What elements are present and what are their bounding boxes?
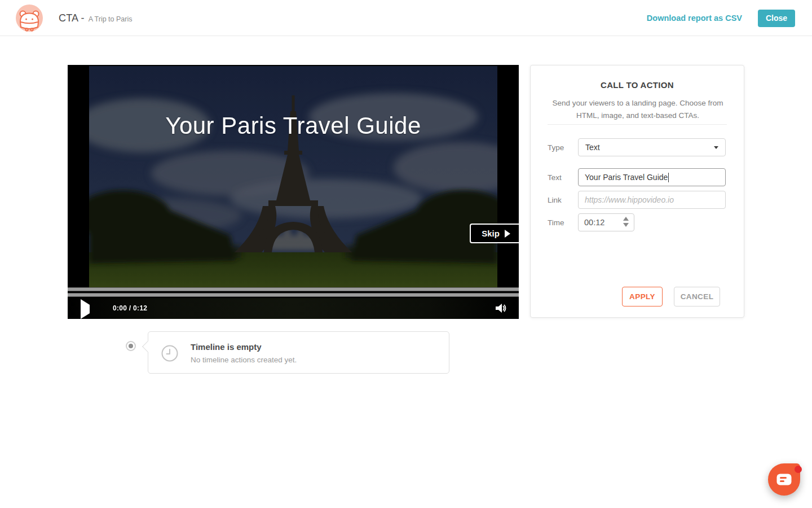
volume-icon bbox=[496, 303, 508, 313]
download-csv-link[interactable]: Download report as CSV bbox=[647, 14, 742, 23]
timeline-empty-card: Timeline is empty No timeline actions cr… bbox=[148, 331, 449, 374]
cta-text-input[interactable]: Your Paris Travel Guide bbox=[578, 168, 726, 186]
type-select[interactable]: Text bbox=[578, 138, 726, 156]
timeline-marker bbox=[126, 341, 136, 351]
type-label: Type bbox=[548, 143, 578, 152]
video-overlay-title: Your Paris Travel Guide bbox=[68, 112, 519, 139]
cta-time-input[interactable]: 00:12 bbox=[578, 213, 634, 231]
time-display: 0:00 / 0:12 bbox=[113, 304, 147, 312]
text-label: Text bbox=[548, 173, 578, 182]
timeline-card-pointer bbox=[142, 341, 153, 352]
chat-bubble-icon bbox=[776, 474, 792, 485]
chevron-down-icon bbox=[714, 146, 718, 149]
time-stepper[interactable] bbox=[623, 217, 629, 227]
skip-label: Skip bbox=[482, 229, 500, 238]
video-frame-paris bbox=[89, 66, 497, 288]
time-label: Time bbox=[548, 218, 578, 227]
panel-description: Send your viewers to a landing page. Cho… bbox=[550, 97, 725, 121]
timeline-empty-subtitle: No timeline actions created yet. bbox=[191, 356, 297, 364]
page-title: CTA - bbox=[59, 12, 85, 24]
play-button[interactable] bbox=[80, 303, 91, 314]
close-button[interactable]: Close bbox=[758, 10, 795, 27]
divider bbox=[548, 124, 727, 125]
panel-heading: CALL TO ACTION bbox=[531, 80, 744, 90]
video-controls-bar: 0:00 / 0:12 bbox=[68, 298, 519, 319]
skip-play-icon bbox=[505, 230, 510, 238]
header-bar: CTA - A Trip to Paris Download report as… bbox=[0, 0, 812, 36]
link-label: Link bbox=[548, 196, 578, 204]
skip-button[interactable]: Skip bbox=[470, 224, 519, 243]
seekbar-buffer[interactable] bbox=[68, 293, 519, 297]
stepper-up-icon[interactable] bbox=[623, 217, 629, 221]
cta-text-value: Your Paris Travel Guide bbox=[585, 173, 668, 182]
breadcrumb: CTA - A Trip to Paris bbox=[59, 0, 132, 36]
video-player[interactable]: Your Paris Travel Guide Skip 0:00 / 0:12 bbox=[68, 65, 519, 319]
notification-dot bbox=[795, 466, 802, 473]
timeline-empty-title: Timeline is empty bbox=[191, 342, 262, 352]
cta-link-input[interactable] bbox=[578, 191, 726, 209]
time-value: 00:12 bbox=[584, 218, 604, 227]
volume-button[interactable] bbox=[496, 303, 508, 313]
apply-button[interactable]: APPLY bbox=[622, 287, 663, 306]
cta-panel: CALL TO ACTION Send your viewers to a la… bbox=[530, 65, 744, 318]
video-name: A Trip to Paris bbox=[89, 14, 133, 23]
chat-launcher-button[interactable] bbox=[768, 463, 800, 496]
type-selected-value: Text bbox=[585, 143, 600, 152]
play-icon bbox=[81, 299, 90, 319]
clock-icon bbox=[161, 345, 178, 362]
stepper-down-icon[interactable] bbox=[623, 223, 629, 227]
text-cursor bbox=[668, 173, 669, 182]
seekbar-track[interactable] bbox=[68, 287, 519, 291]
hippo-logo bbox=[16, 5, 43, 32]
cancel-button[interactable]: CANCEL bbox=[674, 287, 720, 306]
